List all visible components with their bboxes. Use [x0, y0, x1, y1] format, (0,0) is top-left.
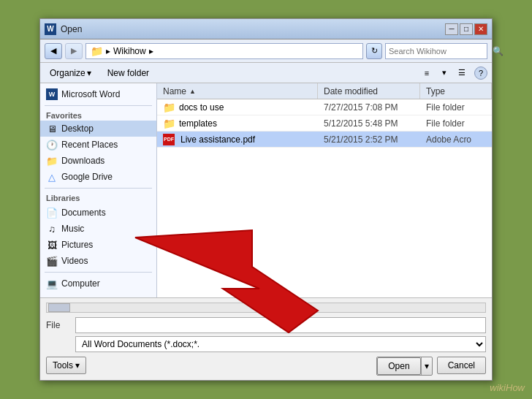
sidebar-label-word: Microsoft Word — [61, 89, 120, 99]
videos-icon: 🎬 — [46, 255, 58, 267]
file-name-row: File — [46, 317, 486, 333]
path-text: Wikihow — [113, 46, 146, 56]
new-folder-button[interactable]: New folder — [102, 66, 154, 80]
libraries-label: Libraries — [46, 194, 80, 202]
table-row[interactable]: 📁 docs to use 7/27/2015 7:08 PM File fol… — [157, 99, 492, 115]
sidebar-item-google-drive[interactable]: △ Google Drive — [40, 169, 156, 185]
sidebar-item-word[interactable]: W Microsoft Word — [40, 86, 156, 102]
file-date-text: 5/12/2015 5:48 PM — [324, 118, 398, 129]
forward-button[interactable]: ▶ — [65, 43, 83, 59]
file-type-text: Adobe Acro — [426, 134, 471, 145]
bottom-area: File All Word Documents (*.docx;*. Tools… — [40, 297, 492, 380]
open-dropdown-arrow[interactable]: ▾ — [421, 357, 432, 375]
folder-icon: 📁 — [163, 118, 175, 129]
word-icon: W — [46, 88, 58, 100]
sidebar-item-music[interactable]: ♫ Music — [40, 221, 156, 237]
search-box: 🔍 — [385, 43, 487, 59]
cancel-button[interactable]: Cancel — [437, 357, 486, 374]
sidebar-sep-3 — [45, 272, 152, 273]
file-list: 📁 docs to use 7/27/2015 7:08 PM File fol… — [157, 99, 492, 297]
search-icon: 🔍 — [493, 46, 503, 56]
file-date-text: 5/21/2015 2:52 PM — [324, 134, 398, 145]
folder-icon: 📁 — [163, 102, 175, 113]
title-bar-left: W Open — [45, 23, 82, 35]
path-arrow: ▸ — [106, 46, 110, 56]
file-list-header: Name ▲ Date modified Type — [157, 83, 492, 99]
tools-button[interactable]: Tools ▾ — [46, 357, 86, 374]
sidebar-label-pictures: Pictures — [61, 240, 93, 250]
table-row[interactable]: PDF Live assistance.pdf 5/21/2015 2:52 P… — [157, 132, 492, 148]
sidebar-item-favorites-header: Favorites — [40, 109, 156, 121]
minimize-button[interactable]: ─ — [445, 23, 458, 35]
address-bar: ◀ ▶ 📁 ▸ Wikihow ▸ ↻ 🔍 — [40, 39, 492, 63]
title-bar: W Open ─ □ ✕ — [40, 19, 492, 39]
sidebar-label-desktop: Desktop — [61, 123, 94, 134]
sidebar-section-computer: 💻 Computer — [40, 276, 156, 292]
file-cell-name: 📁 docs to use — [157, 102, 318, 113]
col-date-label: Date modified — [324, 86, 378, 96]
drive-icon: △ — [46, 171, 58, 183]
sidebar-item-pictures[interactable]: 🖼 Pictures — [40, 237, 156, 253]
folder-icon: 📁 — [91, 45, 103, 57]
organize-button[interactable]: Organize ▾ — [45, 66, 96, 80]
horizontal-scrollbar[interactable] — [46, 303, 486, 313]
help-button[interactable]: ? — [474, 66, 487, 80]
table-row[interactable]: 📁 templates 5/12/2015 5:48 PM File folde… — [157, 115, 492, 132]
maximize-button[interactable]: □ — [460, 23, 473, 35]
main-content: W Microsoft Word Favorites 🖥 Desktop 🕐 — [40, 83, 492, 297]
sidebar-item-desktop[interactable]: 🖥 Desktop — [40, 121, 156, 137]
sidebar-sep-2 — [45, 188, 152, 189]
sidebar-item-videos[interactable]: 🎬 Videos — [40, 253, 156, 269]
open-dialog: W Open ─ □ ✕ ◀ ▶ 📁 ▸ Wikihow ▸ ↻ 🔍 — [39, 18, 493, 381]
view-dropdown-button[interactable]: ▾ — [436, 66, 452, 80]
desktop-icon: 🖥 — [46, 123, 58, 134]
file-cell-type: File folder — [420, 118, 492, 129]
column-header-date[interactable]: Date modified — [318, 83, 420, 99]
close-button[interactable]: ✕ — [474, 23, 487, 35]
sidebar-item-computer[interactable]: 💻 Computer — [40, 276, 156, 292]
back-button[interactable]: ◀ — [45, 43, 62, 59]
file-cell-type: File folder — [420, 102, 492, 113]
documents-icon: 📄 — [46, 207, 58, 218]
music-icon: ♫ — [46, 223, 58, 235]
title-controls: ─ □ ✕ — [445, 23, 487, 35]
file-cell-name: 📁 templates — [157, 118, 318, 129]
sidebar-item-recent-places[interactable]: 🕐 Recent Places — [40, 137, 156, 153]
file-type-select[interactable]: All Word Documents (*.docx;*. — [75, 336, 486, 352]
file-label: File — [46, 320, 69, 330]
refresh-button[interactable]: ↻ — [366, 43, 382, 59]
file-list-container: Name ▲ Date modified Type 📁 — [157, 83, 492, 297]
column-header-type[interactable]: Type — [420, 83, 492, 99]
address-path[interactable]: 📁 ▸ Wikihow ▸ — [86, 43, 363, 59]
pictures-icon: 🖼 — [46, 239, 58, 251]
path-arrow2: ▸ — [149, 46, 153, 56]
favorites-label: Favorites — [46, 111, 82, 120]
computer-icon: 💻 — [46, 278, 58, 289]
file-type-text: File folder — [426, 102, 465, 113]
wikihow-badge: wikiHow — [490, 382, 525, 393]
col-sort-arrow: ▲ — [189, 88, 196, 95]
column-header-name[interactable]: Name ▲ — [157, 83, 318, 99]
sidebar-item-documents[interactable]: 📄 Documents — [40, 205, 156, 221]
open-button[interactable]: Open — [377, 357, 420, 375]
bottom-buttons: Tools ▾ Open ▾ Cancel — [46, 357, 486, 376]
word-app-icon: W — [45, 23, 56, 35]
view-list-button[interactable]: ≡ — [419, 66, 435, 80]
sidebar-label-recent: Recent Places — [61, 140, 118, 150]
file-date-text: 7/27/2015 7:08 PM — [324, 102, 398, 113]
file-name-text: templates — [179, 118, 217, 129]
pdf-icon: PDF — [163, 134, 175, 145]
search-input[interactable] — [389, 47, 490, 56]
view-details-button[interactable]: ☰ — [454, 66, 470, 80]
new-folder-label: New folder — [107, 68, 149, 78]
col-name-label: Name — [163, 86, 186, 96]
organize-label: Organize — [50, 68, 86, 78]
sidebar-sep-1 — [45, 105, 152, 106]
tools-chevron: ▾ — [75, 360, 80, 370]
view-controls: ≡ ▾ ☰ ? — [419, 66, 487, 80]
tools-label: Tools — [53, 360, 73, 370]
open-button-group[interactable]: Open ▾ — [376, 357, 432, 376]
wikihow-text: wikiHow — [490, 382, 525, 393]
sidebar-item-downloads[interactable]: 📁 Downloads — [40, 153, 156, 169]
file-name-input[interactable] — [75, 317, 486, 333]
